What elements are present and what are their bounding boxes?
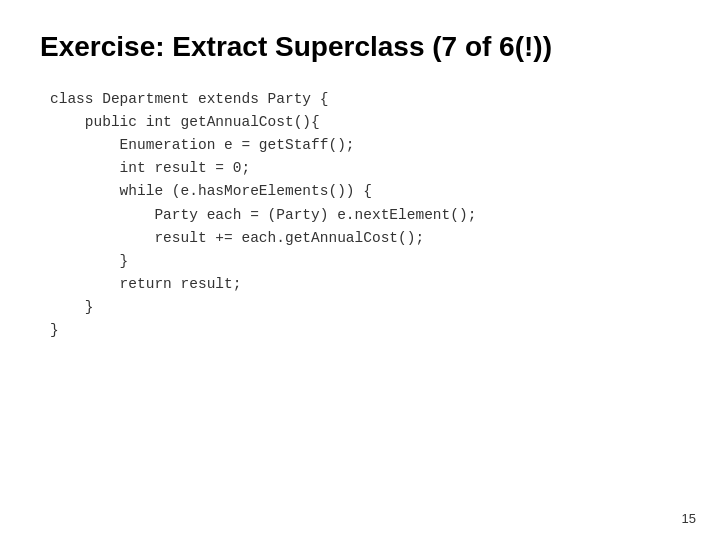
slide-number: 15 — [682, 511, 696, 526]
slide: Exercise: Extract Superclass (7 of 6(!))… — [0, 0, 720, 540]
slide-title: Exercise: Extract Superclass (7 of 6(!)) — [40, 30, 680, 64]
code-block: class Department extends Party { public … — [40, 88, 680, 343]
